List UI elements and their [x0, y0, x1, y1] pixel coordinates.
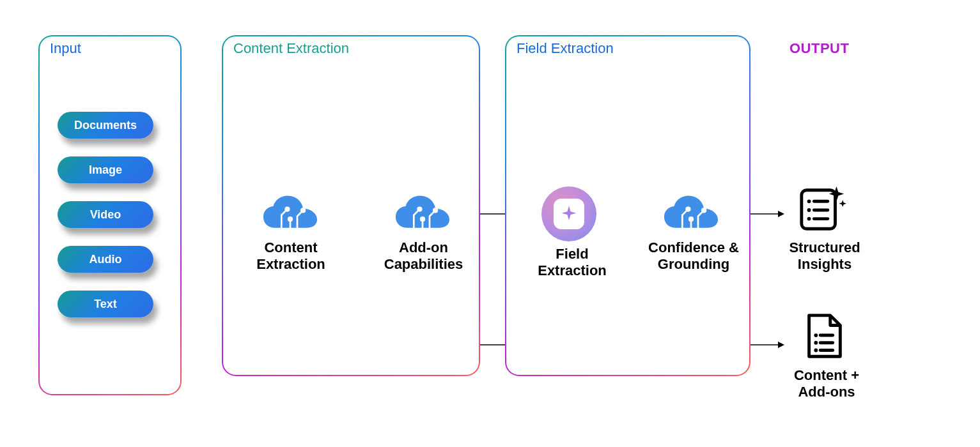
- node-field-extraction: Field Extraction: [534, 246, 611, 280]
- input-pill-list: Documents Image Video Audio Text: [58, 112, 153, 335]
- field-extraction-title: Field Extraction: [517, 40, 614, 57]
- cloud-icon: [261, 193, 320, 234]
- cloud-icon: [662, 193, 720, 234]
- node-addon: Add-on Capabilities: [380, 239, 467, 273]
- input-title: Input: [50, 40, 81, 57]
- input-box: Input Documents Image Video Audio Text: [38, 35, 182, 395]
- pill-image: Image: [58, 156, 153, 183]
- content-extraction-title: Content Extraction: [233, 40, 349, 57]
- sparkle-circle-icon: [541, 186, 596, 241]
- output-title: OUTPUT: [789, 40, 849, 57]
- node-confidence: Confidence & Grounding: [646, 239, 742, 273]
- output-content-addons: Content + Add-ons: [785, 367, 868, 401]
- pill-documents: Documents: [58, 112, 153, 139]
- output-structured-insights: Structured Insights: [783, 239, 866, 273]
- structured-insights-icon: [798, 184, 848, 234]
- content-addons-icon: [799, 312, 849, 361]
- node-content-extraction: Content Extraction: [253, 239, 329, 273]
- pill-video: Video: [58, 201, 153, 228]
- cloud-icon: [393, 193, 452, 234]
- pill-text: Text: [58, 291, 153, 317]
- pill-audio: Audio: [58, 246, 153, 273]
